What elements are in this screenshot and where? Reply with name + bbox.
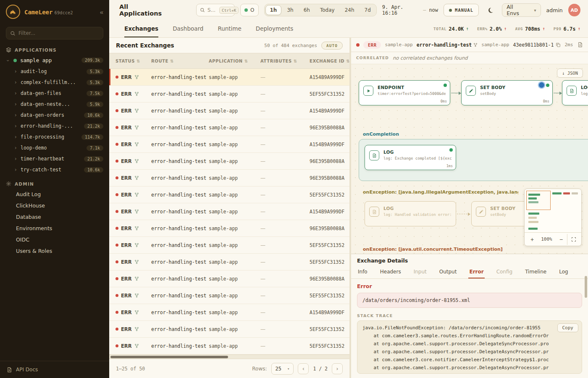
- time-range-button[interactable]: 1h: [265, 5, 282, 15]
- column-header[interactable]: APPLICATION ⇅: [209, 59, 260, 63]
- exchange-row[interactable]: ERR error-handling-test sample-app — 5EF…: [109, 287, 349, 304]
- exchange-row[interactable]: ERR error-handling-test sample-app — A15…: [109, 69, 349, 86]
- exchange-row[interactable]: ERR error-handling-test sample-app — 96E…: [109, 270, 349, 287]
- main-tab[interactable]: Exchanges: [124, 20, 158, 37]
- auto-refresh-badge[interactable]: AUTO: [321, 42, 343, 50]
- exchange-row[interactable]: ERR error-handling-test sample-app — A15…: [109, 136, 349, 153]
- details-tab[interactable]: Headers: [379, 266, 402, 278]
- api-docs-link[interactable]: API Docs: [0, 361, 109, 378]
- sidebar-route-item[interactable]: › data-gen-neste... 5.9k: [0, 99, 109, 110]
- exchange-row[interactable]: ERR error-handling-test sample-app — 5EF…: [109, 237, 349, 254]
- details-tab[interactable]: Error: [468, 266, 484, 278]
- route-flow-canvas[interactable]: ↓ JSON ENDPOINT timer:errorTest?period=5…: [351, 64, 588, 254]
- flow-node-endpoint[interactable]: ENDPOINT timer:errorTest?period=5000&del…: [359, 80, 450, 105]
- applications-section-header: APPLICATIONS: [6, 47, 103, 52]
- column-header[interactable]: STATUS ⇅: [116, 59, 151, 63]
- sidebar-route-item[interactable]: › timer-heartbeat 21.2k: [0, 153, 109, 164]
- time-range-button[interactable]: 3h: [282, 5, 298, 15]
- flow-node-exception-log[interactable]: LOG log: Handled validation error: ${exc…: [365, 201, 456, 226]
- sidebar-admin-item[interactable]: Database: [0, 211, 109, 223]
- exchange-row[interactable]: ERR error-handling-test sample-app — 5EF…: [109, 321, 349, 338]
- sidebar-route-item[interactable]: › file-processing 114.7k: [0, 131, 109, 142]
- log-file-icon: [369, 150, 379, 160]
- details-tab[interactable]: Config: [496, 266, 514, 278]
- time-range-button[interactable]: 24h: [340, 5, 359, 15]
- flow-node-completion-log[interactable]: LOG log: Exchange completed [${exchan 1m…: [365, 145, 456, 170]
- rows-per-page-label: Rows:: [252, 366, 267, 372]
- trend-up-icon: ↑: [578, 26, 580, 32]
- details-tab[interactable]: Log: [558, 266, 569, 278]
- column-header[interactable]: ROUTE ⇅: [151, 59, 209, 63]
- global-search-input[interactable]: [207, 7, 217, 13]
- sidebar-collapse-button[interactable]: «: [100, 8, 103, 16]
- copy-icon[interactable]: [556, 42, 561, 47]
- exchange-row[interactable]: ERR error-handling-test sample-app — A15…: [109, 203, 349, 220]
- column-header[interactable]: EXCHANGE ID ⇅: [310, 59, 349, 63]
- live-toggle[interactable]: O: [240, 4, 258, 16]
- details-title: Exchange Details: [351, 254, 588, 266]
- prev-page-button[interactable]: ‹: [298, 363, 309, 374]
- exchange-row[interactable]: ERR error-handling-test sample-app — 96E…: [109, 119, 349, 136]
- flow-node-setbody[interactable]: SET BODY setBody 0ms: [461, 80, 553, 105]
- main-tab[interactable]: Dashboard: [173, 20, 203, 37]
- details-tab[interactable]: Info: [357, 266, 368, 278]
- sidebar-admin-item[interactable]: ClickHouse: [0, 200, 109, 211]
- environment-select[interactable]: All Envs ▾: [502, 3, 541, 17]
- details-tab[interactable]: Input: [413, 266, 428, 278]
- time-range-button[interactable]: 6h: [299, 5, 315, 15]
- time-range-button[interactable]: Today: [315, 5, 339, 15]
- username-label: admin: [546, 7, 563, 13]
- sidebar-filter-input[interactable]: [18, 30, 99, 36]
- flow-route-label[interactable]: error-handling-test: [417, 42, 478, 48]
- sidebar-admin-item[interactable]: OIDC: [0, 234, 109, 245]
- exchange-row[interactable]: ERR error-handling-test sample-app — 96E…: [109, 153, 349, 170]
- app-brand: CameLeer69dcce2: [24, 8, 73, 16]
- details-tab[interactable]: Output: [438, 266, 458, 278]
- sidebar-route-item[interactable]: › complex-fulfillm... 5.3k: [0, 77, 109, 88]
- vertical-scrollbar-thumb[interactable]: [585, 276, 587, 298]
- sidebar-route-item[interactable]: › error-handling-... 21.2k: [0, 121, 109, 131]
- sidebar-route-item[interactable]: › audit-log 5.3k: [0, 66, 109, 77]
- zoom-in-button[interactable]: +: [526, 234, 538, 245]
- sidebar-header: CameLeer69dcce2 «: [0, 0, 109, 24]
- sidebar-admin-item[interactable]: Environments: [0, 223, 109, 234]
- horizontal-scrollbar-thumb[interactable]: [110, 356, 228, 358]
- rows-per-page-select[interactable]: 25 ▾: [271, 363, 294, 375]
- sidebar-route-item[interactable]: › loop-demo 7.1k: [0, 142, 109, 153]
- details-tab[interactable]: Timeline: [524, 266, 547, 278]
- exchange-count-badge: 7.5k: [87, 91, 103, 96]
- date-range-display[interactable]: 9. Apr. 16:16 — now: [382, 4, 438, 16]
- exchange-row[interactable]: ERR error-handling-test sample-app — 5EF…: [109, 338, 349, 354]
- sidebar-route-item[interactable]: › data-gen-orders 10.6k: [0, 110, 109, 121]
- exchange-row[interactable]: ERR error-handling-test sample-app — 5EF…: [109, 186, 349, 203]
- dark-mode-toggle[interactable]: [484, 4, 496, 16]
- copy-stack-trace-button[interactable]: Copy: [557, 323, 579, 332]
- column-header[interactable]: ATTRIBUTES ⇅: [260, 59, 310, 63]
- document-icon[interactable]: [578, 42, 583, 47]
- sidebar-admin-item[interactable]: Users & Roles: [0, 245, 109, 257]
- zoom-out-button[interactable]: −: [555, 234, 567, 245]
- exchange-row[interactable]: ERR error-handling-test sample-app — 96E…: [109, 170, 349, 186]
- flow-node-log[interactable]: LOG log: Sta: [562, 80, 588, 105]
- exchange-row[interactable]: ERR error-handling-test sample-app — 96E…: [109, 220, 349, 237]
- minimap-area[interactable]: [525, 189, 581, 232]
- user-avatar[interactable]: AD: [568, 4, 580, 16]
- manual-refresh-button[interactable]: MANUAL: [444, 4, 479, 16]
- sidebar-route-item[interactable]: › data-gen-files 7.5k: [0, 88, 109, 99]
- next-page-button[interactable]: ›: [332, 363, 343, 374]
- exchange-row[interactable]: ERR error-handling-test sample-app — A15…: [109, 102, 349, 119]
- exchange-row[interactable]: ERR error-handling-test sample-app — 5EF…: [109, 86, 349, 102]
- sidebar-route-item[interactable]: › try-catch-test 10.6k: [0, 164, 109, 175]
- sidebar-admin-item[interactable]: Audit Log: [0, 189, 109, 200]
- flow-minimap[interactable]: + 100% −: [524, 189, 582, 246]
- exchange-row[interactable]: ERR error-handling-test sample-app — 5EF…: [109, 254, 349, 270]
- main-tab[interactable]: Runtime: [218, 20, 241, 37]
- fit-view-button[interactable]: [567, 234, 580, 245]
- exchange-row[interactable]: ERR error-handling-test sample-app — A15…: [109, 304, 349, 321]
- sidebar-app-sample-app[interactable]: › sample app 209.3k: [0, 55, 109, 66]
- download-json-button[interactable]: ↓ JSON: [557, 68, 583, 78]
- time-range-button[interactable]: 7d: [360, 5, 375, 15]
- route-fork-icon: [134, 276, 139, 281]
- main-tab[interactable]: Deployments: [256, 20, 294, 37]
- global-search[interactable]: Ctrl+K: [196, 4, 235, 16]
